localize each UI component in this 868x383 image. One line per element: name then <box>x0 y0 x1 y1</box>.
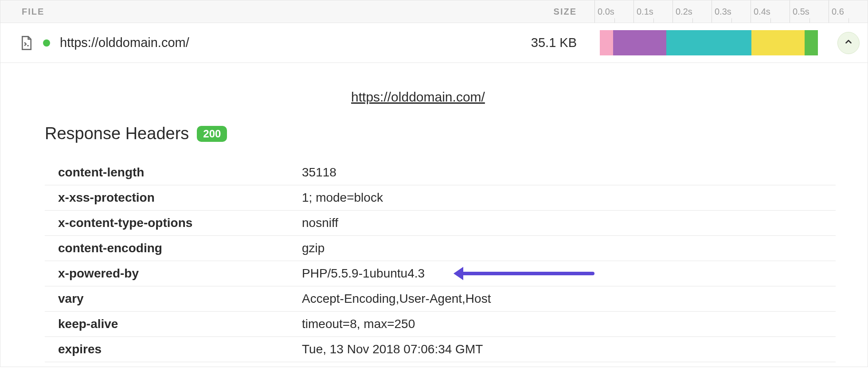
response-headers-title: Response Headers 200 <box>45 124 836 143</box>
header-key: keep-alive <box>45 312 289 337</box>
status-dot-icon <box>43 39 50 47</box>
header-value: gzip <box>289 236 836 261</box>
header-row: keep-alivetimeout=8, max=250 <box>45 312 836 337</box>
waterfall-bar <box>600 30 818 55</box>
header-key: content-encoding <box>45 236 289 261</box>
header-key: x-powered-by <box>45 261 289 286</box>
header-value: nosniff <box>289 211 836 236</box>
col-header-size: SIZE <box>479 7 594 17</box>
timeline-tick: 0.1s <box>633 0 673 23</box>
header-value: Tue, 13 Nov 2018 07:06:34 GMT <box>289 337 836 362</box>
timeline-tick: 0.6 <box>829 0 868 23</box>
header-row: expiresTue, 13 Nov 2018 07:06:34 GMT <box>45 337 836 362</box>
collapse-button[interactable] <box>837 32 860 54</box>
request-url: https://olddomain.com/ <box>60 35 189 50</box>
waterfall-segment-purple <box>613 30 666 55</box>
header-row: varyAccept-Encoding,User-Agent,Host <box>45 286 836 312</box>
col-header-timeline: 0.0s0.1s0.2s0.3s0.4s0.5s0.6 <box>594 0 868 23</box>
waterfall-cell <box>594 23 868 63</box>
header-key: x-content-type-options <box>45 211 289 236</box>
request-size: 35.1 KB <box>479 35 594 50</box>
timeline-tick: 0.2s <box>673 0 712 23</box>
status-badge: 200 <box>197 126 227 142</box>
header-value: timeout=8, max=250 <box>289 312 836 337</box>
arrow-annotation-icon <box>461 272 594 275</box>
header-row: x-content-type-optionsnosniff <box>45 211 836 236</box>
header-value: 1; mode=block <box>289 185 836 211</box>
detail-url-link[interactable]: https://olddomain.com/ <box>0 90 836 105</box>
timeline-tick: 0.0s <box>594 0 633 23</box>
chevron-up-icon <box>844 36 853 50</box>
timeline-tick: 0.3s <box>712 0 751 23</box>
waterfall-segment-yellow <box>751 30 805 55</box>
waterfall-table: FILE SIZE 0.0s0.1s0.2s0.3s0.4s0.5s0.6 ht… <box>0 0 868 367</box>
waterfall-segment-pink <box>600 30 613 55</box>
timeline-tick: 0.5s <box>790 0 829 23</box>
header-key: x-xss-protection <box>45 185 289 211</box>
waterfall-segment-green <box>805 30 818 55</box>
file-cell: https://olddomain.com/ <box>0 35 479 51</box>
header-key: content-length <box>45 160 289 185</box>
col-header-file: FILE <box>0 7 479 17</box>
header-key: vary <box>45 286 289 312</box>
document-icon <box>20 35 33 51</box>
table-header: FILE SIZE 0.0s0.1s0.2s0.3s0.4s0.5s0.6 <box>0 0 868 23</box>
request-row[interactable]: https://olddomain.com/ 35.1 KB <box>0 23 868 63</box>
section-label: Response Headers <box>45 124 189 143</box>
header-row: content-encodinggzip <box>45 236 836 261</box>
header-row: x-xss-protection1; mode=block <box>45 185 836 211</box>
header-row: content-length35118 <box>45 160 836 185</box>
header-value: Accept-Encoding,User-Agent,Host <box>289 286 836 312</box>
waterfall-segment-teal <box>666 30 751 55</box>
timeline-tick: 0.4s <box>751 0 790 23</box>
headers-table: content-length35118x-xss-protection1; mo… <box>45 160 836 362</box>
header-value: 35118 <box>289 160 836 185</box>
request-details: https://olddomain.com/ Response Headers … <box>0 63 868 367</box>
header-value: PHP/5.5.9-1ubuntu4.3 <box>289 261 836 286</box>
header-key: expires <box>45 337 289 362</box>
header-row: x-powered-byPHP/5.5.9-1ubuntu4.3 <box>45 261 836 286</box>
